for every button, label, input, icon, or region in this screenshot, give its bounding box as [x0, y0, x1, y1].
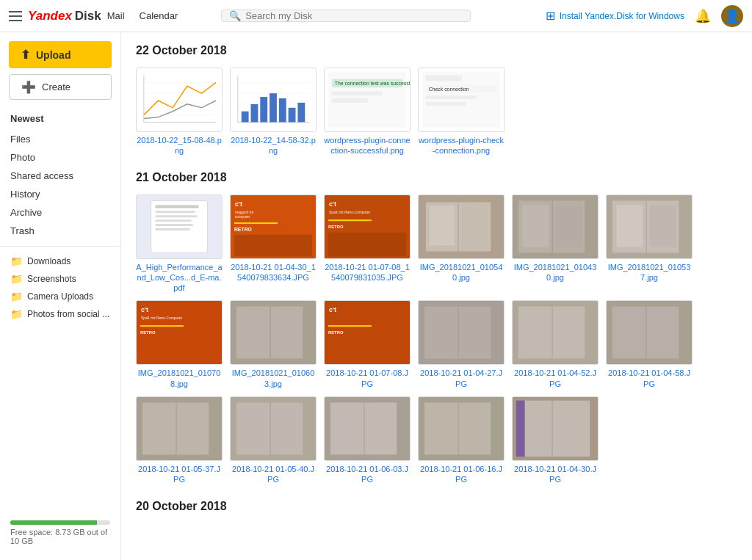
book-svg6 — [513, 300, 598, 365]
file-item[interactable]: IMG_20181021_010540.jpg — [418, 194, 505, 294]
upload-button[interactable]: ⬆ Upload — [9, 41, 112, 68]
svg-rect-20 — [297, 103, 305, 123]
file-item[interactable]: IMG_20181021_010430.jpg — [512, 194, 599, 294]
svg-rect-15 — [251, 104, 258, 123]
file-name: IMG_20181021_010430.jpg — [512, 262, 599, 283]
sidebar-folder-downloads[interactable]: 📁 Downloads — [0, 252, 120, 270]
create-label: Create — [42, 81, 70, 92]
user-avatar[interactable]: 👤 — [721, 5, 743, 27]
mag-svg4: c't RETRO — [325, 300, 410, 365]
search-bar: 🔍 — [221, 10, 471, 22]
sidebar-item-shared[interactable]: Shared access — [0, 167, 120, 185]
svg-rect-39 — [156, 219, 192, 222]
file-thumb — [512, 396, 599, 461]
sidebar-item-photo[interactable]: Photo — [0, 148, 120, 167]
svg-rect-98 — [330, 403, 397, 455]
file-thumb — [230, 396, 317, 461]
file-name: 2018-10-21 01-06-16.JPG — [418, 464, 505, 485]
sidebar-folder-screenshots[interactable]: 📁 Screenshots — [0, 270, 120, 288]
svg-rect-36 — [156, 205, 199, 208]
install-link[interactable]: ⊞ Install Yandex.Disk for Windows — [546, 9, 684, 23]
sidebar-item-trash[interactable]: Trash — [0, 222, 120, 240]
file-thumb — [324, 396, 411, 461]
svg-rect-63 — [523, 205, 549, 247]
main-content: 22 October 2018 — [121, 32, 752, 560]
hamburger-button[interactable] — [9, 11, 22, 21]
folder-name: Screenshots — [27, 274, 76, 284]
file-thumb: c't magazin für computer RETRO — [230, 194, 317, 259]
svg-rect-104 — [516, 401, 525, 457]
sidebar-item-files[interactable]: Files — [0, 130, 120, 148]
sidebar-folder-camera[interactable]: 📁 Camera Uploads — [0, 288, 120, 305]
mag-svg3: c't Spaß mit Retro-Computer RETRO — [137, 300, 222, 365]
upload-icon: ⬆ — [21, 48, 30, 62]
file-name: IMG_20181021_010603.jpg — [230, 368, 317, 389]
date-section-oct20: 20 October 2018 — [136, 500, 737, 513]
file-item[interactable]: IMG_20181021_010537.jpg — [606, 194, 693, 294]
file-name: 2018-10-21 01-07-08_1540079831035.JPG — [324, 262, 411, 283]
file-thumb — [512, 194, 599, 259]
file-item[interactable]: IMG_20181021_010603.jpg — [230, 300, 317, 389]
file-item[interactable]: 2018-10-21 01-04-52.JPG — [512, 300, 599, 389]
file-item[interactable]: 2018-10-22_15-08-48.png — [136, 68, 223, 156]
logo[interactable]: Yandex Disk — [28, 9, 101, 23]
file-name: 2018-10-21 01-04-27.JPG — [418, 368, 505, 389]
file-item[interactable]: 2018-10-22_14-58-32.png — [230, 68, 317, 156]
file-thumb — [136, 68, 223, 132]
svg-text:magazin für: magazin für — [235, 211, 254, 214]
file-name: 2018-10-21 01-04-30_1540079833634.JPG — [230, 262, 317, 283]
book-svg4 — [231, 300, 316, 365]
svg-rect-26 — [332, 98, 368, 103]
pdf-svg — [137, 194, 222, 259]
file-item[interactable]: c't RETRO 2018-10-21 01-07-08.JPG — [324, 300, 411, 389]
header: Yandex Disk Mail Calendar 🔍 ⊞ Install Ya… — [0, 0, 752, 32]
upload-label: Upload — [36, 49, 70, 61]
sidebar-folder-social[interactable]: 📁 Photos from social ... — [0, 305, 120, 323]
file-item[interactable]: c't Spaß mit Retro-Computer RETRO IMG_20… — [136, 300, 223, 389]
bell-icon[interactable]: 🔔 — [695, 8, 711, 24]
create-icon: ➕ — [21, 80, 36, 94]
svg-rect-68 — [617, 205, 643, 247]
file-item[interactable]: The connection test was successful. word… — [324, 68, 411, 156]
sidebar-item-archive[interactable]: Archive — [0, 203, 120, 222]
svg-rect-95 — [236, 403, 303, 455]
svg-text:c't: c't — [141, 307, 148, 314]
file-item[interactable]: 2018-10-21 01-06-16.JPG — [418, 396, 505, 485]
svg-rect-48 — [234, 234, 312, 255]
free-space-fill — [10, 520, 97, 525]
file-item[interactable]: c't Spaß mit Retro-Computer RETRO 2018-1… — [324, 194, 411, 294]
svg-rect-89 — [612, 307, 679, 359]
file-item[interactable]: 2018-10-21 01-04-27.JPG — [418, 300, 505, 389]
file-item[interactable]: 2018-10-21 01-04-30.JPG — [512, 396, 599, 485]
date-section-oct21: 21 October 2018 — [136, 171, 737, 485]
svg-rect-29 — [426, 76, 462, 81]
folder-icon: 📁 — [10, 308, 23, 320]
file-item[interactable]: A_High_Performance_and_Low_Cos...d_E-ma.… — [136, 194, 223, 294]
book-svg11 — [419, 396, 504, 461]
file-name: IMG_20181021_010540.jpg — [418, 262, 505, 283]
nav-mail[interactable]: Mail — [107, 10, 125, 21]
svg-rect-38 — [156, 215, 198, 217]
file-item[interactable]: 2018-10-21 01-05-37.JPG — [136, 396, 223, 485]
search-input[interactable] — [245, 10, 463, 21]
create-button[interactable]: ➕ Create — [9, 74, 112, 100]
file-item[interactable]: c't magazin für computer RETRO 2018-10-2… — [230, 194, 317, 294]
sidebar-item-history[interactable]: History — [0, 185, 120, 203]
svg-rect-69 — [650, 205, 676, 247]
folder-name: Photos from social ... — [27, 309, 109, 319]
file-item[interactable]: Check connection wordpress-plugin-check-… — [418, 68, 505, 156]
folder-icon: 📁 — [10, 255, 23, 267]
file-name: 2018-10-21 01-05-40.JPG — [230, 464, 317, 485]
date-heading-oct22: 22 October 2018 — [136, 44, 737, 57]
nav-calendar[interactable]: Calendar — [140, 10, 178, 21]
file-name: 2018-10-21 01-05-37.JPG — [136, 464, 223, 485]
file-item[interactable]: 2018-10-21 01-05-40.JPG — [230, 396, 317, 485]
svg-text:c't: c't — [329, 200, 336, 208]
file-item[interactable]: 2018-10-21 01-04-58.JPG — [606, 300, 693, 389]
svg-text:RETRO: RETRO — [328, 330, 344, 335]
nav-links: Mail Calendar — [107, 10, 178, 21]
file-item[interactable]: 2018-10-21 01-06-03.JPG — [324, 396, 411, 485]
file-name: 2018-10-21 01-06-03.JPG — [324, 464, 411, 485]
svg-rect-18 — [279, 98, 286, 122]
file-thumb — [606, 194, 693, 259]
